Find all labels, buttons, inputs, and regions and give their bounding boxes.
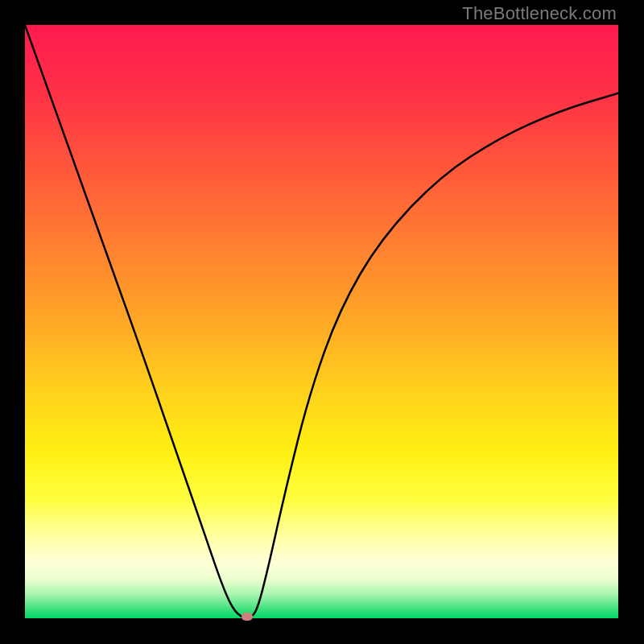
chart-plot-area bbox=[25, 25, 618, 618]
bottleneck-curve bbox=[25, 25, 618, 618]
watermark-text: TheBottleneck.com bbox=[462, 3, 617, 24]
optimal-point-marker bbox=[242, 613, 253, 621]
